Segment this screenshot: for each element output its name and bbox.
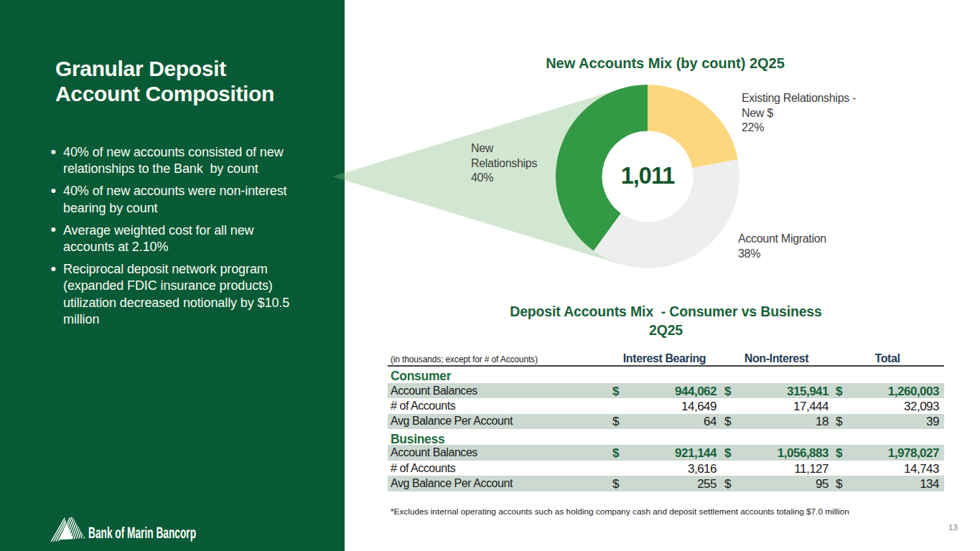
svg-text:Bank of Marin Bancorp: Bank of Marin Bancorp	[88, 524, 196, 542]
